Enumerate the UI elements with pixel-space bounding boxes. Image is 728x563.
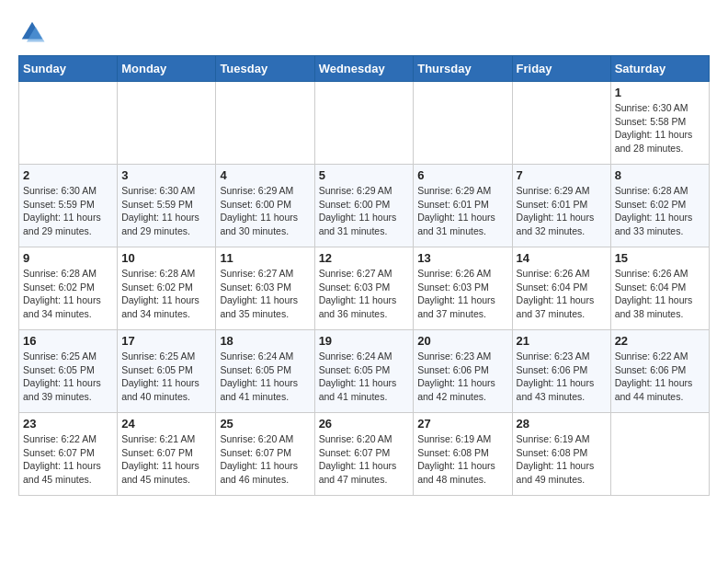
calendar-body: 1Sunrise: 6:30 AM Sunset: 5:58 PM Daylig… <box>19 82 710 496</box>
day-cell: 15Sunrise: 6:26 AM Sunset: 6:04 PM Dayli… <box>610 247 709 330</box>
day-info: Sunrise: 6:24 AM Sunset: 6:05 PM Dayligh… <box>319 350 410 404</box>
day-cell <box>19 82 118 165</box>
day-info: Sunrise: 6:19 AM Sunset: 6:08 PM Dayligh… <box>517 432 607 487</box>
day-cell: 19Sunrise: 6:24 AM Sunset: 6:05 PM Dayli… <box>314 330 414 413</box>
day-cell: 1Sunrise: 6:30 AM Sunset: 5:58 PM Daylig… <box>610 82 709 165</box>
day-info: Sunrise: 6:26 AM Sunset: 6:04 PM Dayligh… <box>517 267 607 321</box>
day-cell <box>314 82 414 165</box>
day-cell: 23Sunrise: 6:22 AM Sunset: 6:07 PM Dayli… <box>19 413 118 496</box>
day-cell: 3Sunrise: 6:30 AM Sunset: 5:59 PM Daylig… <box>118 165 216 247</box>
day-number: 5 <box>319 168 410 182</box>
day-number: 20 <box>417 334 507 348</box>
day-info: Sunrise: 6:23 AM Sunset: 6:06 PM Dayligh… <box>417 350 507 404</box>
day-number: 4 <box>220 168 310 182</box>
weekday-header-row: SundayMondayTuesdayWednesdayThursdayFrid… <box>19 56 710 82</box>
day-number: 2 <box>23 168 113 182</box>
day-info: Sunrise: 6:27 AM Sunset: 6:03 PM Dayligh… <box>319 267 410 321</box>
day-info: Sunrise: 6:29 AM Sunset: 6:00 PM Dayligh… <box>220 184 310 238</box>
day-number: 13 <box>417 251 507 265</box>
logo <box>18 18 48 46</box>
day-info: Sunrise: 6:29 AM Sunset: 6:01 PM Dayligh… <box>517 184 607 238</box>
day-cell: 12Sunrise: 6:27 AM Sunset: 6:03 PM Dayli… <box>314 247 414 330</box>
day-info: Sunrise: 6:25 AM Sunset: 6:05 PM Dayligh… <box>121 350 211 404</box>
week-row-2: 2Sunrise: 6:30 AM Sunset: 5:59 PM Daylig… <box>19 165 710 247</box>
day-cell: 9Sunrise: 6:28 AM Sunset: 6:02 PM Daylig… <box>19 247 118 330</box>
day-number: 26 <box>319 417 410 431</box>
day-number: 28 <box>517 417 607 431</box>
day-number: 15 <box>615 251 705 265</box>
day-cell: 18Sunrise: 6:24 AM Sunset: 6:05 PM Dayli… <box>216 330 314 413</box>
day-info: Sunrise: 6:26 AM Sunset: 6:03 PM Dayligh… <box>417 267 507 321</box>
day-number: 7 <box>517 168 607 182</box>
day-number: 24 <box>121 417 211 431</box>
day-info: Sunrise: 6:22 AM Sunset: 6:06 PM Dayligh… <box>615 350 705 404</box>
day-cell: 6Sunrise: 6:29 AM Sunset: 6:01 PM Daylig… <box>414 165 512 247</box>
weekday-monday: Monday <box>118 56 216 82</box>
week-row-4: 16Sunrise: 6:25 AM Sunset: 6:05 PM Dayli… <box>19 330 710 413</box>
day-number: 19 <box>319 334 410 348</box>
day-cell: 10Sunrise: 6:28 AM Sunset: 6:02 PM Dayli… <box>118 247 216 330</box>
day-cell: 2Sunrise: 6:30 AM Sunset: 5:59 PM Daylig… <box>19 165 118 247</box>
day-number: 12 <box>319 251 410 265</box>
day-info: Sunrise: 6:28 AM Sunset: 6:02 PM Dayligh… <box>615 184 705 238</box>
day-number: 8 <box>615 168 705 182</box>
day-info: Sunrise: 6:20 AM Sunset: 6:07 PM Dayligh… <box>220 432 310 487</box>
day-cell: 4Sunrise: 6:29 AM Sunset: 6:00 PM Daylig… <box>216 165 314 247</box>
day-cell: 27Sunrise: 6:19 AM Sunset: 6:08 PM Dayli… <box>414 413 512 496</box>
day-cell: 11Sunrise: 6:27 AM Sunset: 6:03 PM Dayli… <box>216 247 314 330</box>
week-row-3: 9Sunrise: 6:28 AM Sunset: 6:02 PM Daylig… <box>19 247 710 330</box>
day-cell <box>414 82 512 165</box>
day-cell: 26Sunrise: 6:20 AM Sunset: 6:07 PM Dayli… <box>314 413 414 496</box>
page-header <box>18 18 710 46</box>
weekday-saturday: Saturday <box>610 56 709 82</box>
day-number: 18 <box>220 334 310 348</box>
day-cell <box>610 413 709 496</box>
logo-icon <box>18 18 46 46</box>
day-cell: 17Sunrise: 6:25 AM Sunset: 6:05 PM Dayli… <box>118 330 216 413</box>
day-cell: 20Sunrise: 6:23 AM Sunset: 6:06 PM Dayli… <box>414 330 512 413</box>
week-row-5: 23Sunrise: 6:22 AM Sunset: 6:07 PM Dayli… <box>19 413 710 496</box>
day-number: 17 <box>121 334 211 348</box>
day-info: Sunrise: 6:26 AM Sunset: 6:04 PM Dayligh… <box>615 267 705 321</box>
day-cell: 24Sunrise: 6:21 AM Sunset: 6:07 PM Dayli… <box>118 413 216 496</box>
day-cell: 28Sunrise: 6:19 AM Sunset: 6:08 PM Dayli… <box>512 413 610 496</box>
day-info: Sunrise: 6:25 AM Sunset: 6:05 PM Dayligh… <box>23 350 113 404</box>
weekday-friday: Friday <box>512 56 610 82</box>
day-cell: 21Sunrise: 6:23 AM Sunset: 6:06 PM Dayli… <box>512 330 610 413</box>
day-cell: 22Sunrise: 6:22 AM Sunset: 6:06 PM Dayli… <box>610 330 709 413</box>
day-info: Sunrise: 6:30 AM Sunset: 5:59 PM Dayligh… <box>121 184 211 238</box>
day-number: 10 <box>121 251 211 265</box>
day-info: Sunrise: 6:29 AM Sunset: 6:01 PM Dayligh… <box>417 184 507 238</box>
day-cell: 8Sunrise: 6:28 AM Sunset: 6:02 PM Daylig… <box>610 165 709 247</box>
day-number: 16 <box>23 334 113 348</box>
day-info: Sunrise: 6:28 AM Sunset: 6:02 PM Dayligh… <box>23 267 113 321</box>
day-cell: 7Sunrise: 6:29 AM Sunset: 6:01 PM Daylig… <box>512 165 610 247</box>
day-info: Sunrise: 6:24 AM Sunset: 6:05 PM Dayligh… <box>220 350 310 404</box>
day-info: Sunrise: 6:22 AM Sunset: 6:07 PM Dayligh… <box>23 432 113 487</box>
day-info: Sunrise: 6:28 AM Sunset: 6:02 PM Dayligh… <box>121 267 211 321</box>
day-number: 25 <box>220 417 310 431</box>
calendar-table: SundayMondayTuesdayWednesdayThursdayFrid… <box>18 55 710 496</box>
day-number: 3 <box>121 168 211 182</box>
weekday-sunday: Sunday <box>19 56 118 82</box>
day-number: 27 <box>417 417 507 431</box>
day-cell <box>118 82 216 165</box>
day-info: Sunrise: 6:21 AM Sunset: 6:07 PM Dayligh… <box>121 432 211 487</box>
day-cell: 16Sunrise: 6:25 AM Sunset: 6:05 PM Dayli… <box>19 330 118 413</box>
weekday-thursday: Thursday <box>414 56 512 82</box>
day-cell: 13Sunrise: 6:26 AM Sunset: 6:03 PM Dayli… <box>414 247 512 330</box>
weekday-wednesday: Wednesday <box>314 56 414 82</box>
day-info: Sunrise: 6:20 AM Sunset: 6:07 PM Dayligh… <box>319 432 410 487</box>
week-row-1: 1Sunrise: 6:30 AM Sunset: 5:58 PM Daylig… <box>19 82 710 165</box>
day-number: 1 <box>615 86 705 99</box>
day-cell: 25Sunrise: 6:20 AM Sunset: 6:07 PM Dayli… <box>216 413 314 496</box>
weekday-tuesday: Tuesday <box>216 56 314 82</box>
day-number: 6 <box>417 168 507 182</box>
day-info: Sunrise: 6:27 AM Sunset: 6:03 PM Dayligh… <box>220 267 310 321</box>
day-info: Sunrise: 6:23 AM Sunset: 6:06 PM Dayligh… <box>517 350 607 404</box>
day-number: 22 <box>615 334 705 348</box>
day-cell: 5Sunrise: 6:29 AM Sunset: 6:00 PM Daylig… <box>314 165 414 247</box>
day-info: Sunrise: 6:19 AM Sunset: 6:08 PM Dayligh… <box>417 432 507 487</box>
day-number: 21 <box>517 334 607 348</box>
day-info: Sunrise: 6:29 AM Sunset: 6:00 PM Dayligh… <box>319 184 410 238</box>
